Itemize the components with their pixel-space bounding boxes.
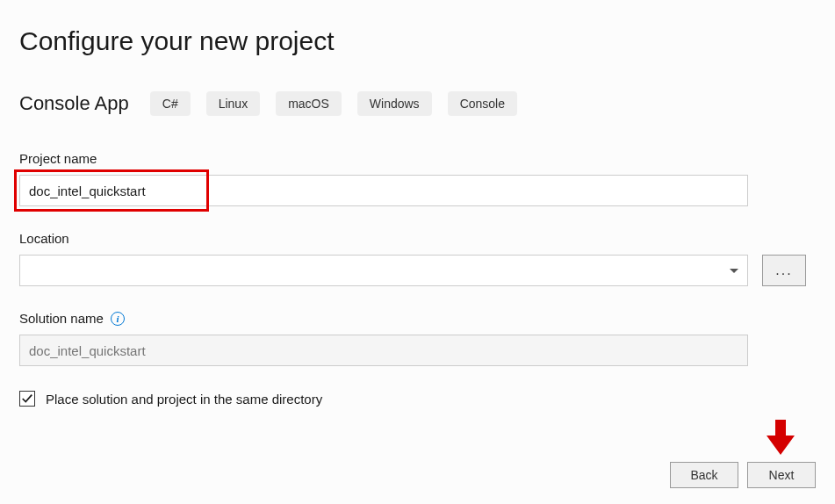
solution-name-input xyxy=(19,335,748,366)
location-label: Location xyxy=(19,231,816,246)
template-tag: C# xyxy=(150,91,191,116)
info-icon[interactable]: i xyxy=(111,312,125,326)
solution-name-group: Solution name i xyxy=(19,311,816,366)
checkmark-icon xyxy=(21,392,33,405)
location-group: Location ... xyxy=(19,231,816,286)
page-title: Configure your new project xyxy=(19,26,816,56)
annotation-arrow-icon xyxy=(763,418,798,457)
template-tag: Console xyxy=(448,91,517,116)
solution-name-label-text: Solution name xyxy=(19,311,104,326)
same-directory-checkbox[interactable] xyxy=(19,391,35,407)
project-name-input[interactable] xyxy=(19,175,748,206)
next-button[interactable]: Next xyxy=(747,462,816,488)
template-name: Console App xyxy=(19,92,129,115)
solution-name-label: Solution name i xyxy=(19,311,816,326)
project-name-group: Project name xyxy=(19,151,816,206)
nav-button-row: Back Next xyxy=(670,462,816,488)
back-button[interactable]: Back xyxy=(670,462,738,488)
chevron-down-icon xyxy=(730,269,738,273)
template-tag: Linux xyxy=(206,91,260,116)
template-tag: Windows xyxy=(357,91,432,116)
same-directory-label: Place solution and project in the same d… xyxy=(46,392,322,407)
project-name-label: Project name xyxy=(19,151,816,166)
template-info-row: Console App C# Linux macOS Windows Conso… xyxy=(19,91,816,116)
template-tag: macOS xyxy=(276,91,342,116)
same-directory-row: Place solution and project in the same d… xyxy=(19,391,816,407)
browse-button[interactable]: ... xyxy=(762,255,806,286)
location-select[interactable] xyxy=(19,255,748,286)
